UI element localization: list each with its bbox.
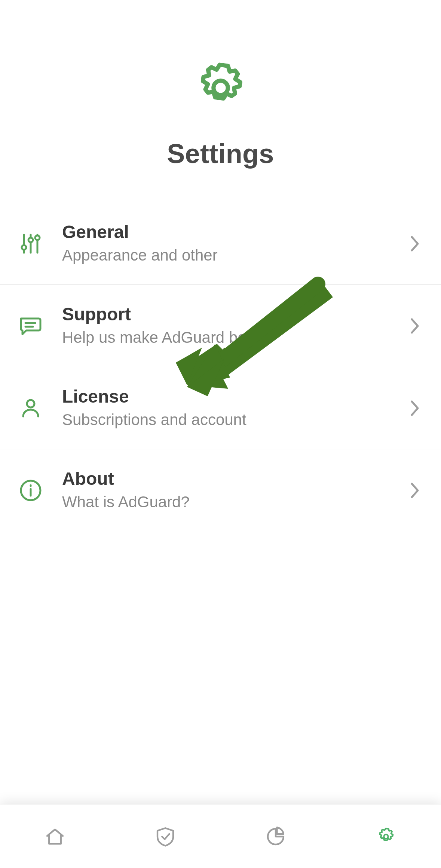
chevron-right-icon <box>407 483 422 498</box>
row-title: Support <box>62 305 407 324</box>
svg-point-21 <box>384 834 388 838</box>
svg-point-0 <box>213 81 227 95</box>
chat-icon <box>17 313 44 339</box>
tab-protection[interactable] <box>110 805 221 868</box>
settings-row-about[interactable]: About What is AdGuard? <box>0 449 441 532</box>
row-title: General <box>62 222 407 242</box>
settings-row-support[interactable]: Support Help us make AdGuard better <box>0 285 441 367</box>
row-texts: About What is AdGuard? <box>44 469 407 511</box>
sliders-icon <box>17 230 44 257</box>
tab-bar <box>0 804 441 868</box>
info-icon <box>17 477 44 504</box>
row-texts: General Appearance and other <box>44 222 407 265</box>
row-title: License <box>62 387 407 407</box>
svg-point-6 <box>35 236 40 240</box>
tab-statistics[interactable] <box>221 805 331 868</box>
person-icon <box>17 395 44 422</box>
chevron-right-icon <box>407 318 422 333</box>
svg-point-5 <box>28 238 33 242</box>
chevron-right-icon <box>407 236 422 251</box>
row-title: About <box>62 469 407 489</box>
chevron-right-icon <box>407 401 422 416</box>
tab-settings[interactable] <box>331 805 441 868</box>
settings-row-general[interactable]: General Appearance and other <box>0 203 441 285</box>
row-subtitle: Appearance and other <box>62 246 407 265</box>
row-texts: License Subscriptions and account <box>44 387 407 429</box>
row-subtitle: Help us make AdGuard better <box>62 328 407 347</box>
settings-row-license[interactable]: License Subscriptions and account <box>0 367 441 449</box>
tab-home[interactable] <box>0 805 110 868</box>
settings-list: General Appearance and other Support H <box>0 203 441 532</box>
gear-icon <box>191 58 251 118</box>
svg-point-4 <box>22 245 26 250</box>
svg-point-9 <box>27 400 34 407</box>
row-subtitle: What is AdGuard? <box>62 493 407 511</box>
row-texts: Support Help us make AdGuard better <box>44 305 407 347</box>
settings-header: Settings <box>0 0 441 203</box>
settings-screen: Settings General Appearance and other <box>0 0 441 868</box>
page-title: Settings <box>167 138 274 169</box>
row-subtitle: Subscriptions and account <box>62 410 407 429</box>
